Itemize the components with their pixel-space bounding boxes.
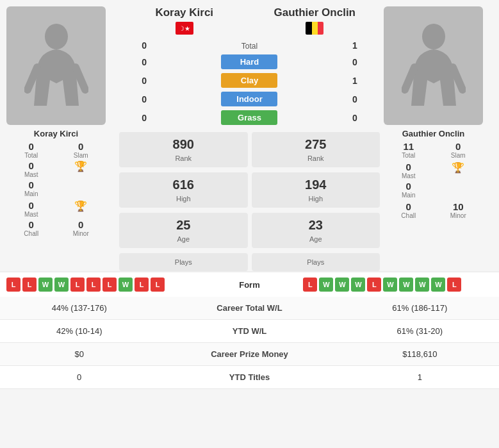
left-stats-grid2: 0 Mast 🏆 0 Chall 0 Minor — [6, 200, 106, 237]
right-player-stats: Gauthier Onclin 11 Total 0 Slam 0 Mast — [384, 129, 483, 219]
left-flag-row: ☽★ — [119, 22, 250, 35]
center-column: Koray Kirci ☽★ Gauthier Onclin — [119, 6, 380, 271]
left-minor-stat: 0 Minor — [56, 219, 106, 237]
right-player-photo — [384, 6, 483, 125]
stats-right-2: $118,610 — [341, 343, 499, 365]
stats-center-2: Career Prize Money — [158, 343, 340, 365]
svg-point-0 — [45, 24, 68, 49]
indoor-right-score: 0 — [330, 90, 380, 108]
form-badge-l: L — [447, 278, 461, 292]
form-badge-w: W — [383, 278, 397, 292]
grass-button[interactable]: Grass — [221, 110, 277, 125]
high-panels: 616 High 194 High — [119, 172, 380, 208]
form-badge-w: W — [335, 278, 349, 292]
right-player-name: Gauthier Onclin — [384, 129, 483, 138]
hard-left-score: 0 — [119, 53, 169, 71]
stats-right-1: 61% (31-20) — [341, 320, 499, 342]
hard-button[interactable]: Hard — [221, 54, 277, 69]
left-main-stat: 0 Main — [6, 179, 56, 197]
main-container: Koray Kirci 0 Total 0 Slam 0 Mast — [0, 0, 499, 389]
stats-center-3: YTD Titles — [158, 366, 340, 388]
surface-total-row: 0 Total 1 — [119, 38, 380, 53]
surface-indoor-row: 0 Indoor 0 — [119, 90, 380, 108]
stats-center-1: YTD W/L — [158, 320, 340, 342]
grass-left-score: 0 — [119, 108, 169, 127]
form-label: Form — [202, 280, 297, 290]
stats-left-3: 0 — [0, 366, 158, 388]
clay-button[interactable]: Clay — [221, 73, 277, 88]
stats-left-2: $0 — [0, 343, 158, 365]
form-badge-w: W — [38, 278, 53, 292]
left-mast-stat2: 0 Mast — [6, 200, 56, 218]
left-player-photo — [6, 6, 106, 125]
right-plays-panel: Plays — [252, 253, 380, 271]
stats-right-3: 1 — [341, 366, 499, 388]
right-name-block: Gauthier Onclin — [250, 6, 380, 35]
stats-center-0: Career Total W/L — [158, 297, 340, 319]
left-player-stats: Koray Kirci 0 Total 0 Slam 0 Mast — [6, 129, 106, 237]
left-high-panel: 616 High — [119, 172, 248, 208]
left-total-stat: 0 Total — [6, 141, 56, 159]
clay-right-score: 1 — [330, 71, 380, 90]
form-badge-l: L — [151, 278, 165, 292]
form-badge-l: L — [135, 278, 149, 292]
total-label: Total — [241, 42, 258, 51]
top-card-area: Koray Kirci 0 Total 0 Slam 0 Mast — [0, 0, 499, 271]
left-name-block: Koray Kirci ☽★ — [119, 6, 250, 35]
form-badge-l: L — [303, 278, 317, 292]
surface-hard-row: 0 Hard 0 — [119, 53, 380, 71]
left-age-panel: 25 Age — [119, 213, 248, 248]
svg-point-3 — [422, 24, 445, 49]
form-row: LLWWLLLWLL Form LWWWLWWWWL — [0, 271, 499, 297]
left-main-stat2: 🏆 — [56, 200, 106, 218]
plays-panels: Plays Plays — [119, 253, 380, 271]
form-badge-l: L — [102, 278, 117, 292]
stats-row-1: 42% (10-14) YTD W/L 61% (31-20) — [0, 320, 499, 343]
right-flag-row — [250, 22, 380, 35]
form-badge-l: L — [86, 278, 101, 292]
right-chall-stat: 0 Chall — [384, 201, 434, 219]
rank-high-panels: 890 Rank 275 Rank — [119, 132, 380, 167]
form-badge-w: W — [399, 278, 413, 292]
right-trophy-cell: 🏆 — [434, 162, 484, 179]
right-age-panel: 23 Age — [252, 213, 380, 248]
left-trophy-cell: 🏆 — [56, 160, 106, 178]
left-silhouette — [24, 22, 88, 125]
left-flag: ☽★ — [176, 22, 193, 35]
stats-row-3: 0 YTD Titles 1 — [0, 366, 499, 389]
stats-row-0: 44% (137-176) Career Total W/L 61% (186-… — [0, 297, 499, 320]
left-rank-panel: 890 Rank — [119, 132, 248, 167]
surface-clay-row: 0 Clay 1 — [119, 71, 380, 90]
right-slam-stat: 0 Slam — [434, 141, 484, 159]
right-stats-grid2: 0 Mast 🏆 0 Main — [384, 162, 483, 199]
surface-table: 0 Total 1 0 Hard 0 0 Clay — [119, 38, 380, 127]
stats-row-2: $0 Career Prize Money $118,610 — [0, 343, 499, 366]
total-left-score: 0 — [119, 38, 169, 53]
indoor-button[interactable]: Indoor — [221, 92, 277, 106]
right-main-stat: 0 Main — [384, 181, 434, 199]
surface-grass-row: 0 Grass 0 — [119, 108, 380, 127]
form-badge-w: W — [54, 278, 69, 292]
right-minor-stat: 10 Minor — [434, 201, 484, 219]
hard-right-score: 0 — [330, 53, 380, 71]
stats-rows: 44% (137-176) Career Total W/L 61% (186-… — [0, 297, 499, 389]
right-stats-grid: 11 Total 0 Slam — [384, 141, 483, 159]
left-chall-stat: 0 Chall — [6, 219, 56, 237]
right-high-panel: 194 High — [252, 172, 380, 208]
right-silhouette — [402, 22, 466, 125]
stats-left-1: 42% (10-14) — [0, 320, 158, 342]
left-slam-stat: 0 Slam — [56, 141, 106, 159]
player-names-header: Koray Kirci ☽★ Gauthier Onclin — [119, 6, 380, 35]
right-rank-panel: 275 Rank — [252, 132, 380, 167]
form-badge-l: L — [70, 278, 85, 292]
age-panels: 25 Age 23 Age — [119, 213, 380, 248]
right-player-card: Gauthier Onclin 11 Total 0 Slam 0 Mast — [384, 6, 493, 271]
stats-left-0: 44% (137-176) — [0, 297, 158, 319]
form-badge-w: W — [415, 278, 429, 292]
total-right-score: 1 — [330, 38, 380, 53]
form-badge-w: W — [431, 278, 445, 292]
left-stats-grid: 0 Total 0 Slam 0 Mast 🏆 — [6, 141, 106, 197]
form-badge-w: W — [119, 278, 133, 292]
left-plays-panel: Plays — [119, 253, 248, 271]
left-form-badges: LLWWLLLWLL — [6, 278, 196, 292]
